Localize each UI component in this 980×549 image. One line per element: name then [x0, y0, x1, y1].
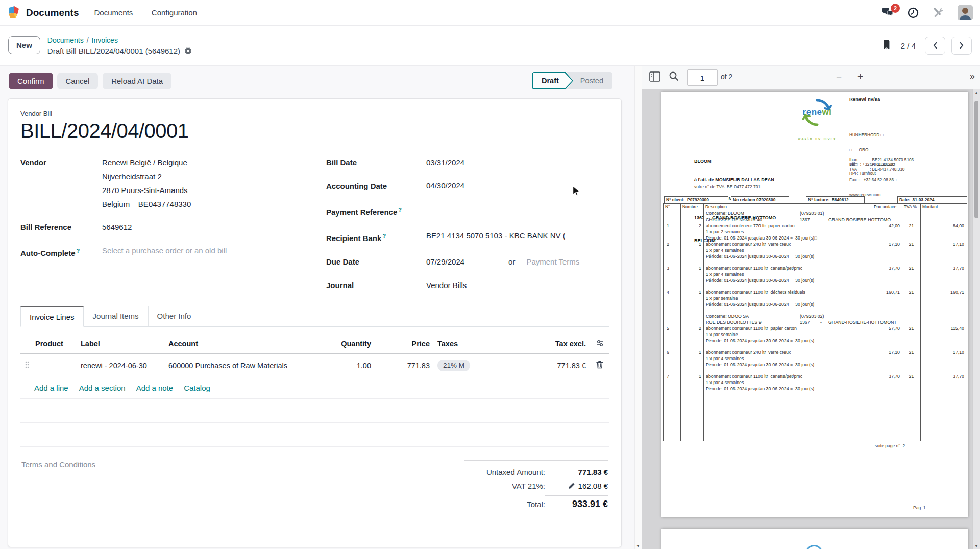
- col-account[interactable]: Account: [167, 340, 313, 348]
- add-section-link[interactable]: Add a section: [79, 384, 126, 392]
- col-price[interactable]: Price: [373, 340, 431, 348]
- optional-columns-icon[interactable]: [587, 340, 608, 348]
- recipient-bank-value[interactable]: BE21 4134 5070 5103 - KBC BANK NV (: [426, 229, 609, 243]
- pdf-sidebar-toggle-icon[interactable]: [649, 71, 660, 84]
- scroll-down-icon[interactable]: ▼: [636, 544, 640, 548]
- col-taxes[interactable]: Taxes: [431, 340, 498, 348]
- reload-ai-data-button[interactable]: Reload AI Data: [103, 73, 172, 89]
- tab-journal-items[interactable]: Journal Items: [84, 306, 148, 326]
- cell-quantity[interactable]: 1.00: [313, 362, 373, 370]
- pdf-item-row: 31abonnement conteneur 1100 ltr canette/…: [664, 259, 967, 283]
- pdf-col-no: N°: [664, 204, 681, 210]
- vendor-name[interactable]: Renewi België / Belgique: [102, 156, 314, 170]
- scroll-down-icon[interactable]: ▼: [974, 544, 978, 548]
- breadcrumb: Documents/Invoices Draft Bill BILL/2024/…: [47, 35, 192, 56]
- recipient-bank-field: Recipient Bank? BE21 4134 5070 5103 - KB…: [326, 229, 609, 246]
- debug-tools-icon[interactable]: [932, 7, 944, 18]
- pdf-item-row: 52abonnement conteneur 1100 ltr papier c…: [664, 325, 967, 344]
- or-label: or: [508, 255, 515, 269]
- accounting-date-input[interactable]: 04/30/2024: [426, 179, 609, 193]
- clock-icon: [908, 7, 919, 18]
- cancel-button[interactable]: Cancel: [57, 73, 99, 89]
- search-icon: [669, 71, 679, 81]
- col-quantity[interactable]: Quantity: [313, 340, 373, 348]
- expand-panel-icon[interactable]: »: [970, 71, 974, 82]
- scroll-up-icon[interactable]: ▲: [974, 91, 978, 96]
- journal-field: Journal Vendor Bills: [326, 278, 609, 293]
- cell-subtotal: 771.83 €: [498, 362, 587, 370]
- pdf-table-body: Concerne: BLOOM(079203 01)CHAUSSÉE DE NA…: [664, 210, 967, 441]
- pdf-search-icon[interactable]: [669, 71, 679, 83]
- pager-previous-button[interactable]: [925, 37, 945, 55]
- invoice-table-header: Product Label Account Quantity Price Tax…: [20, 334, 609, 354]
- payment-terms-link[interactable]: Payment Terms: [526, 255, 579, 269]
- form-scrollbar[interactable]: ▼: [634, 66, 642, 549]
- tab-other-info[interactable]: Other Info: [148, 306, 201, 326]
- cell-account[interactable]: 600000 Purchases of Raw Materials: [167, 362, 313, 370]
- bill-form-region: Confirm Cancel Reload AI Data Draft Post…: [0, 65, 642, 549]
- tab-invoice-lines[interactable]: Invoice Lines: [20, 306, 84, 327]
- drag-handle[interactable]: [20, 361, 34, 370]
- menu-configuration[interactable]: Configuration: [152, 8, 197, 17]
- help-question-icon: ?: [382, 233, 386, 239]
- bill-sheet: Vendor Bill BILL/2024/04/0001 Vendor Ren…: [8, 98, 622, 547]
- pdf-item-row: 21abonnement conteneur 240 ltr verre cre…: [664, 241, 967, 259]
- breadcrumb-invoices[interactable]: Invoices: [92, 36, 118, 44]
- edit-pencil-icon[interactable]: [568, 483, 575, 489]
- zoom-in-icon[interactable]: +: [857, 71, 863, 82]
- due-date-value[interactable]: 07/29/2024: [426, 255, 464, 269]
- pager-next-button[interactable]: [951, 37, 972, 55]
- catalog-link[interactable]: Catalog: [184, 384, 210, 392]
- pdf-recipient-line: à l'att. de MONSIEUR DALLAS DEAN: [694, 177, 776, 183]
- pdf-item-row: 71abonnement conteneur 1100 ltr canette/…: [664, 368, 967, 392]
- activities-clock-icon[interactable]: [908, 7, 919, 18]
- delete-line-button[interactable]: [587, 361, 608, 371]
- pdf-col-description: Description: [704, 204, 872, 210]
- odoo-documents-logo-icon[interactable]: [7, 6, 21, 19]
- total-value: 933.91 €: [545, 499, 608, 510]
- zoom-out-icon[interactable]: −: [836, 71, 842, 83]
- pdf-table-main: N° Nombre Description Prix unitaire TVA …: [663, 203, 967, 441]
- auto-complete-field: Auto-Complete? Select a purchase order o…: [20, 244, 314, 260]
- cell-label[interactable]: renewi - 2024-06-30: [79, 362, 167, 370]
- journal-value[interactable]: Vendor Bills: [426, 278, 609, 293]
- add-note-link[interactable]: Add a note: [136, 384, 174, 392]
- bill-reference-value[interactable]: 5649612: [102, 220, 314, 234]
- add-line-link[interactable]: Add a line: [34, 384, 68, 392]
- cell-price[interactable]: 771.83: [373, 362, 431, 370]
- col-tax-excl[interactable]: Tax excl.: [498, 340, 587, 348]
- invoice-line-row[interactable]: renewi - 2024-06-30 600000 Purchases of …: [20, 354, 609, 377]
- table-action-links: Add a line Add a section Add a note Cata…: [20, 377, 609, 399]
- bill-title: BILL/2024/04/0001: [20, 120, 609, 142]
- app-name[interactable]: Documents: [26, 7, 79, 18]
- status-step-draft[interactable]: Draft: [532, 72, 573, 89]
- bookmark-icon[interactable]: [883, 40, 892, 51]
- cell-taxes[interactable]: 21% M: [431, 360, 498, 371]
- bill-date-label: Bill Date: [326, 156, 426, 170]
- gear-icon[interactable]: [184, 47, 192, 55]
- user-avatar[interactable]: [958, 5, 973, 20]
- confirm-button[interactable]: Confirm: [9, 73, 53, 89]
- col-label[interactable]: Label: [79, 340, 167, 348]
- tax-badge[interactable]: 21% M: [437, 360, 470, 371]
- gear-icon: [184, 47, 192, 55]
- col-product[interactable]: Product: [34, 340, 79, 348]
- pdf-scrollbar-thumb[interactable]: [974, 101, 978, 218]
- pdf-toolbar: of 2 − + »: [642, 66, 980, 89]
- menu-documents[interactable]: Documents: [94, 8, 133, 17]
- bill-reference-field: Bill Reference 5649612: [20, 220, 314, 234]
- bill-date-value[interactable]: 03/31/2024: [426, 156, 609, 170]
- auto-complete-input[interactable]: Select a purchase order or an old bill: [102, 244, 314, 258]
- notification-badge: 2: [891, 4, 900, 13]
- pdf-viewer[interactable]: renewi waste no more Renewi nv/sa HUNHER…: [642, 89, 980, 549]
- pdf-page-input[interactable]: [687, 69, 718, 86]
- breadcrumb-documents[interactable]: Documents: [47, 36, 84, 44]
- terms-and-conditions-input[interactable]: Terms and Conditions: [21, 460, 95, 511]
- status-step-posted[interactable]: Posted: [567, 72, 612, 89]
- messages-icon[interactable]: 2: [881, 7, 894, 18]
- new-button[interactable]: New: [8, 36, 40, 54]
- vendor-value[interactable]: Renewi België / Belgique Nijverheidstraa…: [102, 156, 314, 211]
- pdf-scrollbar[interactable]: ▲ ▼: [972, 89, 980, 549]
- avatar-photo: [958, 5, 973, 20]
- pdf-invoice-table: N° client: P07920300 No relation 0792030…: [663, 196, 967, 441]
